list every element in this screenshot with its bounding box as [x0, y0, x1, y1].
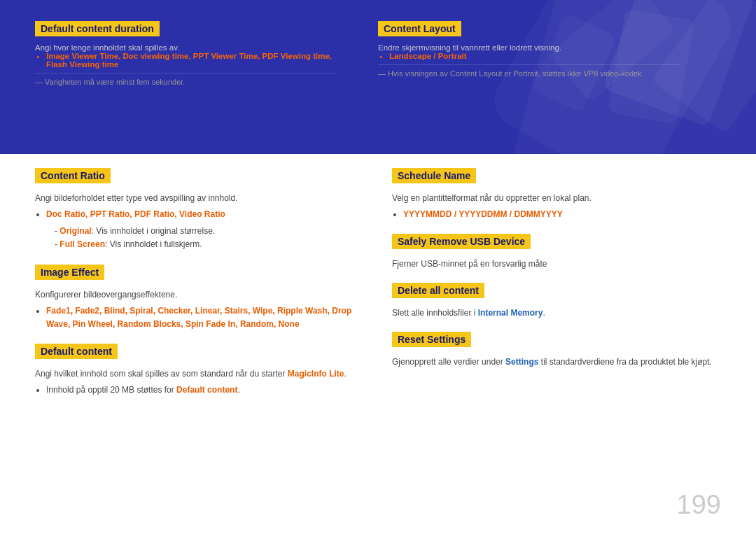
- image-effect-desc: Konfigurerer bildeovergangseffektene.: [35, 288, 364, 301]
- delete-all-desc: Slett alle innholdsfiler i Internal Memo…: [392, 307, 721, 319]
- content-ratio-heading: Content Ratio: [35, 168, 364, 188]
- default-content-section: Default content Angi hvilket innhold som…: [35, 344, 364, 397]
- default-content-desc: Angi hvilket innhold som skal spilles av…: [35, 367, 364, 380]
- safely-remove-section: Safely Remove USB Device Fjerner USB-min…: [392, 234, 721, 270]
- content-ratio-desc: Angi bildeforholdet etter type ved avspi…: [35, 192, 364, 204]
- safely-remove-desc: Fjerner USB-minnet på en forsvarlig måte: [392, 258, 721, 270]
- default-content-list-item: Innhold på opptil 20 MB støttes for Defa…: [46, 384, 364, 397]
- default-content-heading: Default content: [35, 344, 364, 363]
- schedule-name-list: YYYYMMDD / YYYYDDMM / DDMMYYYY: [403, 208, 721, 221]
- image-effect-list: Fade1, Fade2, Blind, Spiral, Checker, Li…: [46, 304, 364, 331]
- content-ratio-sub-fullscreen: Full Screen: Vis innholdet i fullskjerm.: [55, 238, 364, 251]
- content-ratio-section: Content Ratio Angi bildeforholdet etter …: [35, 168, 364, 252]
- page-number: 199: [677, 490, 721, 520]
- delete-all-heading: Delete all content: [392, 283, 721, 302]
- white-content-area: Content Ratio Angi bildeforholdet etter …: [0, 154, 756, 534]
- content-layout-note: — Hvis visningen av Content Layout er Po…: [378, 64, 679, 78]
- default-duration-note: — Varigheten må være minst fem sekunder.: [35, 73, 336, 86]
- image-effect-list-item: Fade1, Fade2, Blind, Spiral, Checker, Li…: [46, 304, 364, 331]
- default-content-list: Innhold på opptil 20 MB støttes for Defa…: [46, 384, 364, 397]
- content-ratio-main-item: Doc Ratio, PPT Ratio, PDF Ratio, Video R…: [46, 208, 364, 221]
- reset-settings-heading: Reset Settings: [392, 332, 721, 351]
- content-layout-heading: Content Layout: [378, 21, 679, 41]
- reset-settings-desc: Gjenopprett alle verdier under Settings …: [392, 356, 721, 368]
- white-col-right: Schedule Name Velg en plantittelformat n…: [392, 168, 721, 409]
- image-effect-section: Image Effect Konfigurerer bildeovergangs…: [35, 265, 364, 331]
- content-ratio-sub-list: Original: Vis innholdet i original størr…: [55, 225, 364, 251]
- safely-remove-heading: Safely Remove USB Device: [392, 234, 721, 253]
- default-duration-desc: Angi hvor lenge innholdet skal spilles a…: [35, 43, 336, 52]
- schedule-name-heading: Schedule Name: [392, 168, 721, 188]
- header-right: Content Layout Endre skjermvisning til v…: [378, 21, 679, 78]
- schedule-name-desc: Velg en plantittelformat når du opprette…: [392, 192, 721, 204]
- schedule-name-list-item: YYYYMMDD / YYYYDDMM / DDMMYYYY: [403, 208, 721, 221]
- content-layout-desc: Endre skjermvisning til vannrett eller l…: [378, 43, 679, 52]
- image-effect-heading: Image Effect: [35, 265, 364, 284]
- schedule-name-section: Schedule Name Velg en plantittelformat n…: [392, 168, 721, 221]
- white-col-left: Content Ratio Angi bildeforholdet etter …: [35, 168, 364, 409]
- content-layout-list: Landscape / Portrait: [389, 52, 679, 60]
- default-duration-heading: Default content duration: [35, 21, 336, 41]
- header-left: Default content duration Angi hvor lenge…: [35, 21, 336, 86]
- content-ratio-sub-original: Original: Vis innholdet i original størr…: [55, 225, 364, 238]
- default-duration-list: Image Viewer Time, Doc viewing time, PPT…: [46, 52, 336, 69]
- content-layout-list-item: Landscape / Portrait: [389, 52, 679, 60]
- reset-settings-section: Reset Settings Gjenopprett alle verdier …: [392, 332, 721, 368]
- default-duration-list-item: Image Viewer Time, Doc viewing time, PPT…: [46, 52, 336, 69]
- white-two-col: Content Ratio Angi bildeforholdet etter …: [35, 168, 721, 409]
- delete-all-section: Delete all content Slett alle innholdsfi…: [392, 283, 721, 319]
- content-ratio-list: Doc Ratio, PPT Ratio, PDF Ratio, Video R…: [46, 208, 364, 221]
